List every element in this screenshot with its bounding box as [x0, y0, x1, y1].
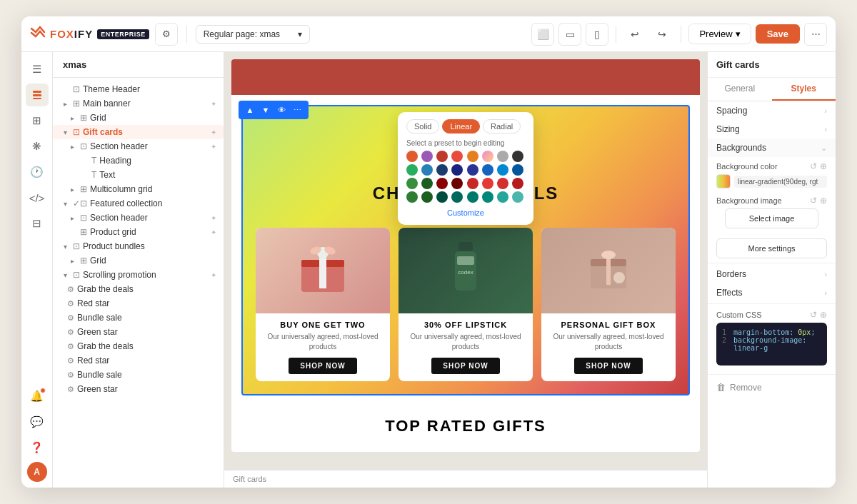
tab-styles[interactable]: Styles: [772, 78, 836, 101]
swatch[interactable]: [451, 164, 463, 176]
bg-image-reset-icon[interactable]: ↺: [810, 196, 817, 206]
sidebar-icon-apps[interactable]: ⊟: [26, 212, 49, 235]
customize-label[interactable]: Customize: [447, 208, 484, 217]
bg-image-copy-icon[interactable]: ⊕: [820, 196, 827, 206]
device-desktop-button[interactable]: ⬜: [531, 23, 554, 46]
swatch[interactable]: [497, 151, 508, 162]
sidebar-icon-menu[interactable]: ☰: [26, 58, 49, 81]
swatch[interactable]: [482, 151, 493, 162]
custom-css-reset-icon[interactable]: ↺: [810, 310, 817, 320]
chat-button[interactable]: 💬: [26, 410, 49, 433]
swatch[interactable]: [436, 164, 448, 176]
star-icon[interactable]: ✦: [211, 228, 216, 236]
notifications-button[interactable]: 🔔: [26, 385, 49, 408]
tree-item-bundle-sale-1[interactable]: ⚙ Bundle sale: [53, 311, 224, 325]
save-button[interactable]: Save: [756, 24, 800, 44]
tree-item-grid-1[interactable]: ▸ ⊞ Grid: [53, 111, 224, 125]
sidebar-icon-clock[interactable]: 🕐: [26, 161, 49, 183]
help-button[interactable]: ❓: [26, 436, 49, 459]
swatch[interactable]: [421, 178, 433, 189]
tree-item-grab-deals-2[interactable]: ⚙ Grab the deals: [53, 339, 224, 353]
product-btn-2[interactable]: SHOP NOW: [431, 358, 499, 374]
tree-item-green-star-2[interactable]: ⚙ Green star: [53, 382, 224, 396]
swatch[interactable]: [482, 191, 493, 203]
swatch[interactable]: [467, 151, 478, 162]
preview-button[interactable]: Preview ▾: [688, 24, 751, 44]
star-icon[interactable]: ✦: [211, 100, 216, 108]
swatch[interactable]: [406, 178, 418, 189]
tree-item-text[interactable]: T Text: [53, 168, 224, 182]
swatch[interactable]: [421, 164, 433, 176]
tree-item-product-grid[interactable]: ⊞ Product grid ✦: [53, 225, 224, 239]
tab-radial[interactable]: Radial: [483, 119, 521, 133]
tree-item-product-bundles[interactable]: ▾ ⊡ Product bundles: [53, 239, 224, 253]
star-icon[interactable]: ✦: [211, 143, 216, 151]
star-icon[interactable]: ✦: [211, 271, 216, 279]
swatch[interactable]: [406, 191, 418, 203]
tree-item-section-header-2[interactable]: ▸ ⊡ Section header ✦: [53, 211, 224, 225]
swatch[interactable]: [451, 151, 463, 162]
sidebar-icon-code[interactable]: </>: [26, 186, 49, 209]
tree-item-scrolling-promotion[interactable]: ▾ ⊡ Scrolling promotion ✦: [53, 268, 224, 282]
tree-item-grab-deals-1[interactable]: ⚙ Grab the deals: [53, 282, 224, 296]
swatch[interactable]: [406, 151, 418, 162]
device-tablet-button[interactable]: ▭: [558, 23, 581, 46]
swatch[interactable]: [451, 191, 463, 203]
toolbar-eye-button[interactable]: 👁: [274, 103, 289, 117]
redo-button[interactable]: ↪: [651, 23, 673, 46]
custom-css-expand-icon[interactable]: ⊕: [820, 310, 827, 320]
toolbar-more-button[interactable]: ⋯: [290, 103, 304, 117]
tree-item-bundle-sale-2[interactable]: ⚙ Bundle sale: [53, 368, 224, 382]
swatch[interactable]: [512, 191, 523, 203]
sidebar-icon-components[interactable]: ❋: [26, 135, 49, 158]
tree-item-featured-collection[interactable]: ▾ ✓⊡ Featured collection: [53, 196, 224, 211]
sidebar-icon-pages[interactable]: ⊞: [26, 109, 49, 132]
tree-item-main-banner[interactable]: ▸ ⊞ Main banner ✦: [53, 96, 224, 111]
backgrounds-row[interactable]: Backgrounds ⌄: [708, 138, 836, 157]
tab-general[interactable]: General: [708, 78, 772, 101]
select-image-button[interactable]: Select image: [725, 208, 818, 228]
settings-button[interactable]: ⚙: [155, 23, 178, 46]
product-card-1[interactable]: BUY ONE GET TWO Our universally agreed, …: [256, 228, 390, 381]
bg-color-reset-icon[interactable]: ↺: [810, 161, 817, 171]
tree-item-gift-cards[interactable]: ▾ ⊡ Gift cards ✦: [53, 125, 224, 139]
sizing-row[interactable]: Sizing ›: [708, 120, 836, 138]
page-selector[interactable]: Regular page: xmas ▾: [196, 25, 310, 44]
tree-item-heading[interactable]: T Heading: [53, 153, 224, 168]
tree-item-section-header-1[interactable]: ▸ ⊡ Section header ✦: [53, 139, 224, 153]
swatch[interactable]: [482, 178, 493, 189]
spacing-row[interactable]: Spacing ›: [708, 101, 836, 120]
swatch[interactable]: [467, 178, 478, 189]
swatch[interactable]: [512, 164, 523, 176]
gift-cards-section[interactable]: ▲ ▼ 👁 ⋯ Soli: [231, 95, 700, 403]
customize-link[interactable]: Customize: [406, 207, 525, 218]
star-icon[interactable]: ✦: [211, 128, 216, 136]
undo-button[interactable]: ↩: [623, 23, 646, 46]
borders-row[interactable]: Borders ›: [708, 265, 836, 283]
bg-color-swatch[interactable]: [716, 174, 731, 188]
swatch[interactable]: [482, 164, 493, 176]
remove-row[interactable]: 🗑 Remove: [708, 374, 836, 400]
swatch[interactable]: [512, 151, 523, 162]
sidebar-icon-layers[interactable]: [26, 84, 49, 106]
device-mobile-button[interactable]: ▯: [586, 23, 608, 46]
tree-item-theme-header[interactable]: ⊡ Theme Header: [53, 82, 224, 96]
product-btn-1[interactable]: SHOP NOW: [289, 358, 356, 374]
toolbar-up-button[interactable]: ▲: [243, 103, 257, 117]
canvas-scroll[interactable]: ▲ ▼ 👁 ⋯ Soli: [224, 52, 707, 470]
swatch[interactable]: [421, 151, 433, 162]
tree-item-green-star-1[interactable]: ⚙ Green star: [53, 325, 224, 339]
swatch[interactable]: [512, 178, 523, 189]
tree-item-multicolumn-grid[interactable]: ▸ ⊞ Multicolumn grid: [53, 182, 224, 196]
swatch[interactable]: [436, 151, 448, 162]
tree-item-grid-2[interactable]: ▸ ⊞ Grid: [53, 253, 224, 268]
swatch[interactable]: [497, 164, 508, 176]
product-card-3[interactable]: PERSONAL GIFT BOX Our universally agreed…: [541, 228, 676, 381]
tab-linear[interactable]: Linear: [442, 119, 480, 133]
toolbar-down-button[interactable]: ▼: [259, 103, 273, 117]
more-options-button[interactable]: ⋯: [804, 23, 827, 46]
swatch[interactable]: [451, 178, 463, 189]
product-card-2[interactable]: codex 30% OFF LIPSTICK Our universally a…: [399, 228, 533, 381]
swatch[interactable]: [406, 164, 418, 176]
swatch[interactable]: [467, 164, 478, 176]
